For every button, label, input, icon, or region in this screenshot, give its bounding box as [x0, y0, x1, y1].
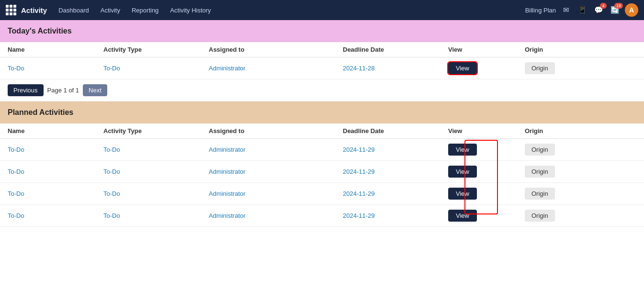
today-col-assigned: Assigned to [209, 46, 343, 53]
whatsapp-icon-button[interactable]: 📱 [576, 4, 588, 16]
planned-table-header: Name Activity Type Assigned to Deadline … [0, 124, 644, 139]
grid-menu-icon[interactable] [6, 5, 16, 15]
top-navigation: Activity Dashboard Activity Reporting Ac… [0, 0, 644, 20]
nav-dashboard[interactable]: Dashboard [54, 0, 94, 20]
nav-activity[interactable]: Activity [96, 0, 125, 20]
app-brand: Activity [21, 6, 47, 14]
nav-right: Billing Plan ✉ 📱 💬 4 🔄 18 A [525, 3, 638, 17]
planned-section-header: Planned Activities [0, 101, 644, 124]
planned-row2-name[interactable]: To-Do [8, 168, 103, 175]
today-section-header: Today's Activities [0, 20, 644, 42]
planned-row1-name[interactable]: To-Do [8, 146, 103, 153]
planned-row2-assigned[interactable]: Administrator [209, 168, 343, 175]
today-row1-assigned[interactable]: Administrator [209, 65, 343, 72]
user-avatar-button[interactable]: A [625, 3, 638, 17]
planned-row4-origin-cell: Origin [525, 210, 636, 222]
today-col-deadline: Deadline Date [343, 46, 448, 53]
planned-row4-origin-button[interactable]: Origin [525, 210, 555, 222]
chat-icon-button[interactable]: 💬 4 [592, 4, 605, 16]
email-icon-button[interactable]: ✉ [560, 4, 572, 16]
planned-table-row: To-Do To-Do Administrator 2024-11-29 Vie… [0, 205, 644, 227]
today-section-title: Today's Activities [8, 27, 72, 35]
next-button[interactable]: Next [83, 84, 107, 96]
planned-row1-assigned[interactable]: Administrator [209, 146, 343, 153]
today-table-header: Name Activity Type Assigned to Deadline … [0, 42, 644, 57]
today-row1-deadline: 2024-11-28 [343, 65, 448, 72]
planned-section-title: Planned Activities [8, 108, 73, 116]
main-content: Today's Activities Name Activity Type As… [0, 20, 644, 227]
today-col-origin: Origin [525, 46, 636, 53]
planned-row4-name[interactable]: To-Do [8, 212, 103, 219]
today-row1-view-cell: View [448, 62, 525, 74]
planned-row1-origin-button[interactable]: Origin [525, 144, 555, 156]
planned-row3-assigned[interactable]: Administrator [209, 190, 343, 197]
planned-row4-type[interactable]: To-Do [103, 212, 209, 219]
planned-col-view: View [448, 127, 525, 135]
planned-row1-view-cell: View [448, 144, 525, 156]
page-info: Page 1 of 1 [47, 87, 79, 94]
planned-row3-view-cell: View [448, 188, 525, 200]
planned-col-assigned: Assigned to [209, 127, 343, 135]
planned-row1-deadline: 2024-11-29 [343, 146, 448, 153]
planned-col-origin: Origin [525, 127, 636, 135]
planned-row1-origin-cell: Origin [525, 144, 636, 156]
planned-row2-type[interactable]: To-Do [103, 168, 209, 175]
nav-reporting[interactable]: Reporting [127, 0, 163, 20]
planned-row2-deadline: 2024-11-29 [343, 168, 448, 175]
planned-row2-view-cell: View [448, 166, 525, 178]
planned-table: Name Activity Type Assigned to Deadline … [0, 124, 644, 227]
today-row1-origin-cell: Origin [525, 62, 636, 74]
planned-row3-type[interactable]: To-Do [103, 190, 209, 197]
planned-table-row: To-Do To-Do Administrator 2024-11-29 Vie… [0, 139, 644, 161]
planned-row3-origin-button[interactable]: Origin [525, 188, 555, 200]
today-row1-type[interactable]: To-Do [103, 65, 209, 72]
planned-row2-origin-button[interactable]: Origin [525, 166, 555, 178]
refresh-icon-button[interactable]: 🔄 18 [609, 4, 621, 16]
planned-row3-deadline: 2024-11-29 [343, 190, 448, 197]
today-row1-view-button[interactable]: View [448, 62, 477, 74]
planned-row4-deadline: 2024-11-29 [343, 212, 448, 219]
planned-col-activity-type: Activity Type [103, 127, 209, 135]
today-table: Name Activity Type Assigned to Deadline … [0, 42, 644, 79]
planned-row4-view-cell: View [448, 210, 525, 222]
today-row1-name[interactable]: To-Do [8, 65, 103, 72]
today-col-activity-type: Activity Type [103, 46, 209, 53]
nav-activity-history[interactable]: Activity History [165, 0, 215, 20]
billing-plan-label: Billing Plan [525, 7, 556, 14]
chat-badge: 4 [600, 3, 607, 9]
today-col-view: View [448, 46, 525, 53]
planned-row2-origin-cell: Origin [525, 166, 636, 178]
today-table-row: To-Do To-Do Administrator 2024-11-28 Vie… [0, 57, 644, 79]
planned-row4-view-button[interactable]: View [448, 210, 477, 222]
planned-row3-origin-cell: Origin [525, 188, 636, 200]
planned-row4-assigned[interactable]: Administrator [209, 212, 343, 219]
planned-col-name: Name [8, 127, 103, 135]
planned-table-row: To-Do To-Do Administrator 2024-11-29 Vie… [0, 161, 644, 183]
planned-row3-name[interactable]: To-Do [8, 190, 103, 197]
planned-row1-view-button[interactable]: View [448, 144, 477, 156]
planned-row3-view-button[interactable]: View [448, 188, 477, 200]
planned-col-deadline: Deadline Date [343, 127, 448, 135]
today-col-name: Name [8, 46, 103, 53]
previous-button[interactable]: Previous [8, 84, 44, 96]
today-row1-origin-button[interactable]: Origin [525, 62, 555, 74]
today-pagination: Previous Page 1 of 1 Next [0, 79, 644, 101]
planned-row2-view-button[interactable]: View [448, 166, 477, 178]
refresh-badge: 18 [614, 3, 623, 9]
planned-table-row: To-Do To-Do Administrator 2024-11-29 Vie… [0, 183, 644, 205]
planned-row1-type[interactable]: To-Do [103, 146, 209, 153]
